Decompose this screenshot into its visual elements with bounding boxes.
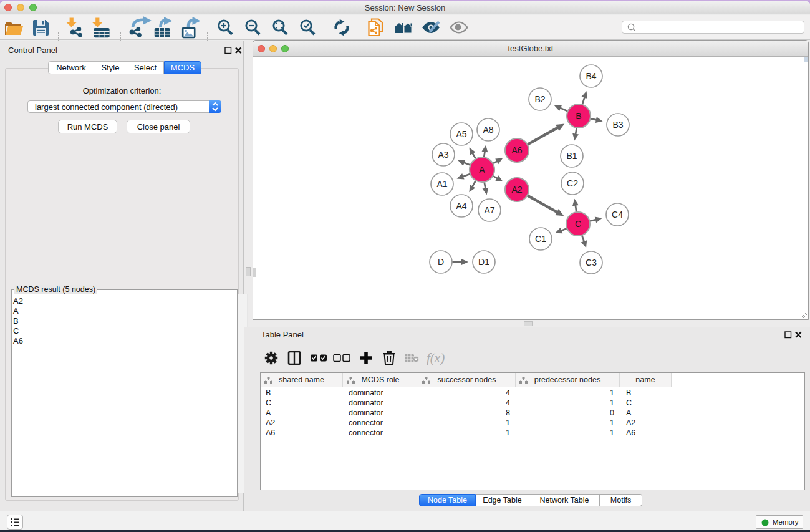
svg-text:A1: A1: [436, 179, 447, 189]
svg-text:B1: B1: [566, 151, 577, 161]
svg-text:B2: B2: [534, 94, 545, 104]
svg-text:C4: C4: [612, 210, 623, 220]
svg-text:A4: A4: [456, 201, 466, 211]
svg-text:f(x): f(x): [427, 351, 445, 365]
svg-text:B4: B4: [586, 71, 596, 81]
svg-text:C: C: [575, 219, 581, 229]
svg-text:A8: A8: [483, 125, 493, 135]
svg-text:B: B: [576, 111, 581, 121]
svg-text:A2: A2: [511, 185, 522, 195]
svg-text:D1: D1: [478, 257, 489, 267]
svg-text:A7: A7: [484, 205, 494, 215]
svg-text:C1: C1: [535, 234, 546, 244]
svg-text:A5: A5: [456, 129, 466, 139]
svg-text:C2: C2: [567, 178, 578, 188]
svg-text:C3: C3: [586, 258, 597, 268]
svg-text:D: D: [438, 257, 444, 267]
svg-text:A6: A6: [511, 145, 522, 155]
svg-text:B3: B3: [612, 120, 623, 130]
svg-text:A: A: [479, 165, 485, 175]
svg-text:A3: A3: [438, 150, 448, 160]
